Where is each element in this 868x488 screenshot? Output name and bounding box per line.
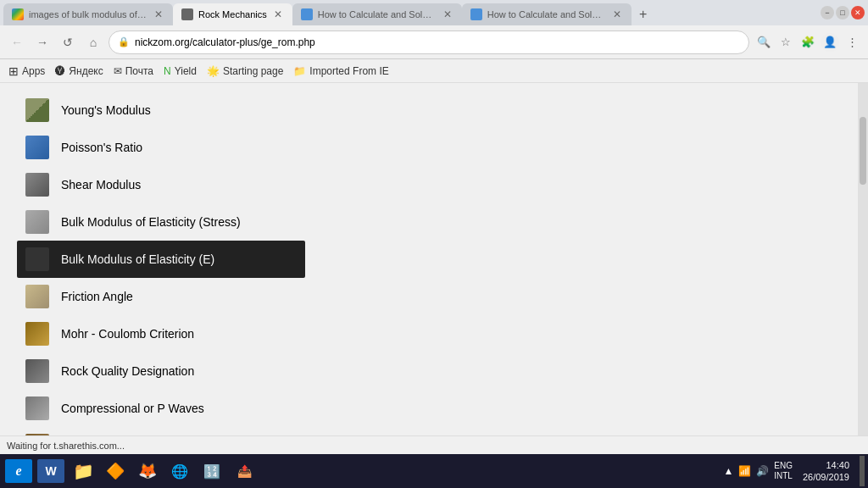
taskbar-share[interactable]: 📤 [229,456,259,486]
show-desktop-button[interactable] [860,456,865,486]
chrome-icon: 🌐 [171,463,188,480]
search-icon[interactable]: 🔍 [754,33,773,52]
taskbar-sys: ▲ 📶 🔊 ENGINTL 14:40 26/09/2019 [723,456,865,486]
pochta-icon: ✉ [114,65,122,77]
menu-item-rock-quality[interactable]: Rock Quality Designation [17,352,305,390]
share-icon: 📤 [237,464,252,478]
menu-icon-bulk-stress [25,210,49,234]
apps-icon: ⊞ [8,64,19,78]
bookmark-starting[interactable]: 🌟 Starting page [207,65,283,77]
taskbar-vlc[interactable]: 🔶 [100,456,131,486]
forward-button[interactable]: → [32,32,53,53]
window-controls: − □ ✕ [821,6,865,19]
menu-icon-rock-quality [25,359,49,383]
minimize-button[interactable]: − [821,6,834,19]
reload-button[interactable]: ↺ [58,32,78,53]
folder-icon: 📁 [293,65,306,77]
menu-item-friction[interactable]: Friction Angle [17,278,305,315]
menu-icon-compressional [25,396,49,420]
tab-close-images[interactable]: ✕ [153,8,164,20]
menu-label-compressional: Compressional or P Waves [61,402,204,415]
title-bar: images of bulk modulus of elasti... ✕ Ro… [0,0,868,25]
bookmark-pochta[interactable]: ✉ Почта [114,65,153,77]
scrollbar[interactable] [858,83,868,435]
tab-close-rock[interactable]: ✕ [272,8,284,20]
vlc-icon: 🔶 [106,462,125,480]
menu-icon-shear [25,173,49,197]
menu-label-shear: Shear Modulus [61,178,141,191]
status-bar: Waiting for t.sharethis.com... [0,435,868,454]
menu-item-bulk-e[interactable]: Bulk Modulus of Elasticity (E) [17,241,305,278]
bookmark-yield[interactable]: N Yield [164,65,197,77]
menu-item-compressional[interactable]: Compressional or P Waves [17,390,305,427]
yield-icon: N [164,65,171,77]
menu-icon-poissons [25,136,49,159]
menu-item-bulk-stress[interactable]: Bulk Modulus of Elasticity (Stress) [17,203,305,241]
menu-item-shear[interactable]: Shear Modulus [17,166,305,203]
date-display: 26/09/2019 [803,471,849,483]
taskbar-ie[interactable]: e [3,456,34,486]
starting-icon: 🌟 [207,65,220,77]
menu-icon-mohr [25,322,49,346]
bookmark-yield-label: Yield [175,65,197,77]
menu-icon[interactable]: ⋮ [843,33,861,52]
bookmark-pochta-label: Почта [125,65,153,77]
word-icon: W [37,459,64,483]
bookmark-apps-label: Apps [22,65,45,77]
taskbar-chrome[interactable]: 🌐 [164,456,195,486]
star-icon[interactable]: ☆ [776,33,795,52]
content-area: Young's ModulusPoisson's RatioShear Modu… [0,83,858,435]
page-content: Young's ModulusPoisson's RatioShear Modu… [0,83,868,435]
tab-images[interactable]: images of bulk modulus of elasti... ✕ [3,3,173,25]
folder-taskbar-icon: 📁 [73,461,94,481]
new-tab-button[interactable]: + [632,3,655,25]
bookmarks-bar: ⊞ Apps 🅨 Яндекс ✉ Почта N Yield 🌟 Starti… [0,59,868,83]
taskbar: e W 📁 🔶 🦊 🌐 🔢 📤 ▲ 📶 🔊 [0,454,868,488]
tab-favicon-calc2 [470,8,482,20]
bookmark-apps[interactable]: ⊞ Apps [8,64,45,78]
sys-tray-icons: ▲ 📶 🔊 [723,465,769,477]
menu-label-poissons: Poisson's Ratio [61,141,142,154]
tabs-container: images of bulk modulus of elasti... ✕ Ro… [3,0,814,25]
menu-item-mohr[interactable]: Mohr - Coulomb Criterion [17,315,305,352]
tab-close-calc2[interactable]: ✕ [611,8,623,20]
menu-item-youngs[interactable]: Young's Modulus [17,92,305,129]
menu-icon-bulk-e [25,247,49,271]
menu-item-poissons[interactable]: Poisson's Ratio [17,129,305,166]
scrollbar-thumb[interactable] [860,117,866,185]
menu-icon-youngs [25,98,49,122]
tab-favicon-google [12,8,24,20]
tab-label-calc1: How to Calculate and Solve f... [318,9,437,19]
address-bar[interactable]: 🔒 nickzom.org/calculator-plus/ge_rom.php [108,30,749,54]
bookmark-imported[interactable]: 📁 Imported From IE [293,65,388,77]
back-button[interactable]: ← [7,32,27,53]
tab-favicon-calc1 [301,8,313,20]
menu-item-shear-s[interactable]: Shear or S Waves [17,427,305,435]
menu-label-rock-quality: Rock Quality Designation [61,364,194,378]
bookmark-yandex[interactable]: 🅨 Яндекс [55,65,103,77]
tab-calc1[interactable]: How to Calculate and Solve f... ✕ [292,3,462,25]
tab-label-images: images of bulk modulus of elasti... [29,9,147,19]
menu-label-bulk-e: Bulk Modulus of Elasticity (E) [61,252,214,266]
nav-icons-right: 🔍 ☆ 🧩 👤 ⋮ [754,33,861,52]
taskbar-word[interactable]: W [36,456,66,486]
tab-close-calc1[interactable]: ✕ [442,8,453,20]
menu-label-friction: Friction Angle [61,290,133,303]
tab-label-rock: Rock Mechanics [198,9,267,19]
tab-label-calc2: How to Calculate and Solve f... [487,9,606,19]
bookmark-starting-label: Starting page [223,65,283,77]
browser-frame: images of bulk modulus of elasti... ✕ Ro… [0,0,868,488]
tab-rock[interactable]: Rock Mechanics ✕ [173,3,292,25]
profile-icon[interactable]: 👤 [821,33,839,52]
tab-calc2[interactable]: How to Calculate and Solve f... ✕ [462,3,632,25]
nav-bar: ← → ↺ ⌂ 🔒 nickzom.org/calculator-plus/ge… [0,25,868,59]
taskbar-folder[interactable]: 📁 [68,456,98,486]
home-button[interactable]: ⌂ [83,32,103,53]
tray-chevron[interactable]: ▲ [723,465,733,477]
maximize-button[interactable]: □ [836,6,849,19]
close-button[interactable]: ✕ [851,6,865,19]
taskbar-firefox[interactable]: 🦊 [132,456,163,486]
ie-icon: e [5,459,32,483]
taskbar-calc-app[interactable]: 🔢 [197,456,227,486]
extension-icon[interactable]: 🧩 [798,33,817,52]
